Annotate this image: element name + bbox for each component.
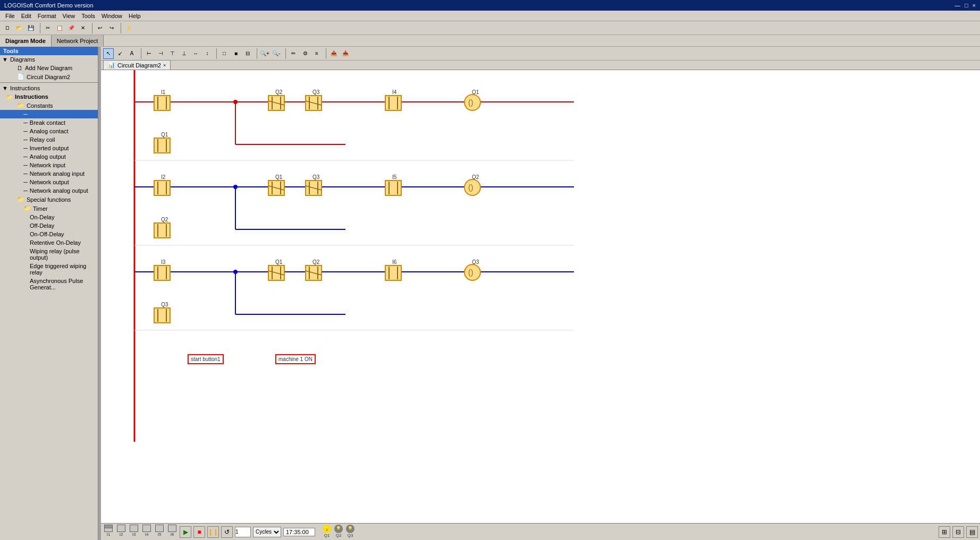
analog-contact-item[interactable]: ─ Analog contact [0, 127, 98, 135]
cycles-select[interactable]: Cycles [253, 527, 281, 537]
contact-i1-r1[interactable] [154, 96, 170, 110]
retentive-on-delay-item[interactable]: Retentive On-Delay [0, 238, 98, 247]
editor-tab-circuit2[interactable]: 📊 Circuit Diagram2 × [103, 60, 171, 70]
cycles-input[interactable] [235, 527, 251, 537]
view-btn3[interactable]: ▤ [966, 526, 978, 538]
circuit-diagram2-item[interactable]: 📄 Circuit Diagram2 [0, 72, 98, 81]
save-btn[interactable]: 💾 [26, 23, 36, 33]
on-delay-item[interactable]: On-Delay [0, 213, 98, 221]
instructions-group[interactable]: 📁 Instructions [0, 92, 98, 101]
on-off-delay-item[interactable]: On-Off-Delay [0, 230, 98, 238]
sim-i4-btn[interactable]: I4 [141, 525, 152, 539]
solid-mode[interactable]: ■ [231, 48, 241, 59]
canvas[interactable]: I1 Q2 Q3 I4 [101, 70, 980, 523]
special-functions-group[interactable]: 📁 Special functions [0, 195, 98, 204]
q2-label-r1: Q2 [275, 89, 283, 95]
menu-view[interactable]: View [60, 12, 79, 20]
contact-i5-r2[interactable] [385, 181, 401, 195]
diagrams-header[interactable]: ▼ Diagrams [0, 55, 98, 64]
menu-help[interactable]: Help [125, 12, 144, 20]
analog-output-item[interactable]: ─ Analog output [0, 152, 98, 161]
make-contact-item[interactable]: ─ [0, 110, 98, 118]
add-new-diagram[interactable]: 🗋 Add New Diagram [0, 64, 98, 72]
align-top[interactable]: ⊤ [167, 48, 178, 59]
relay-coil-item[interactable]: ─ Relay coil [0, 135, 98, 144]
sim-pause-btn[interactable]: ❙❙ [207, 526, 219, 538]
editor-tab-close[interactable]: × [163, 63, 166, 68]
wiping-relay-item[interactable]: Wiping relay (pulse output) [0, 247, 98, 262]
sim-i3-btn[interactable]: I3 [129, 525, 139, 539]
on-delay-label: On-Delay [30, 214, 54, 220]
outline-mode[interactable]: □ [219, 48, 230, 59]
sim-q1-btn[interactable]: 💡 Q1 [322, 525, 332, 539]
align-center[interactable]: ⊣ [155, 48, 166, 59]
open-btn[interactable]: 📂 [14, 23, 24, 33]
edge-triggered-item[interactable]: Edge triggered wiping relay [0, 262, 98, 277]
transfer2-btn[interactable]: 📥 [340, 48, 351, 59]
network-analog-output-item[interactable]: ─ Network analog output [0, 186, 98, 195]
timer-group[interactable]: 📁 Timer [0, 204, 98, 213]
sim-reset-btn[interactable]: ↺ [221, 526, 233, 538]
window-controls[interactable]: — □ × [954, 2, 976, 8]
delete-btn[interactable]: ✕ [78, 23, 88, 33]
async-pulse-item[interactable]: Asynchronous Pulse Generat... [0, 277, 98, 292]
contact-i3-r3[interactable] [154, 265, 170, 280]
transfer-btn[interactable]: 📤 [328, 48, 339, 59]
align-left[interactable]: ⊢ [143, 48, 154, 59]
sim-q3-btn[interactable]: 💡 Q3 [345, 525, 356, 539]
zoom-in[interactable]: 🔍+ [259, 48, 270, 59]
text-tool[interactable]: A [126, 48, 137, 59]
off-delay-item[interactable]: Off-Delay [0, 221, 98, 230]
q1-label-branch-r1: Q1 [161, 132, 168, 138]
maximize-btn[interactable]: □ [965, 2, 968, 8]
select-tool[interactable]: ↖ [103, 48, 114, 59]
tb-extra[interactable]: ⚡ [123, 23, 134, 33]
menu-tools[interactable]: Tools [78, 12, 98, 20]
instructions-header[interactable]: ▼ Instructions [0, 84, 98, 92]
split-mode[interactable]: ⊟ [242, 48, 253, 59]
contact-i4-r1[interactable] [385, 96, 401, 110]
tab-diagram-mode[interactable]: Diagram Mode [0, 35, 52, 47]
edit-mode[interactable]: ✏ [288, 48, 299, 59]
cut-btn[interactable]: ✂ [43, 23, 53, 33]
paste-btn[interactable]: 📌 [66, 23, 77, 33]
network-output-item[interactable]: ─ Network output [0, 178, 98, 186]
contact-i6-r3[interactable] [385, 265, 401, 280]
new-btn[interactable]: 🗋 [2, 23, 13, 33]
sim-stop-btn[interactable]: ■ [193, 526, 205, 538]
contact-q2-branch-r2[interactable] [154, 223, 170, 238]
menu-format[interactable]: Format [35, 12, 60, 20]
align-v[interactable]: ↕ [202, 48, 213, 59]
menu-window[interactable]: Window [98, 12, 125, 20]
break-contact-item[interactable]: ─ Break contact [0, 118, 98, 127]
sim-i1-btn[interactable]: I1 [103, 525, 114, 539]
contact-q3-branch-r3[interactable] [154, 308, 170, 323]
sim-q2-btn[interactable]: 💡 Q2 [333, 525, 344, 539]
view-btn1[interactable]: ⊞ [939, 526, 950, 538]
network-input-item[interactable]: ─ Network input [0, 161, 98, 169]
network-analog-input-item[interactable]: ─ Network analog input [0, 169, 98, 178]
redo-btn[interactable]: ↪ [106, 23, 117, 33]
align-h[interactable]: ↔ [190, 48, 201, 59]
sim-play-btn[interactable]: ▶ [180, 526, 191, 538]
align-bottom[interactable]: ⊥ [179, 48, 189, 59]
undo-btn[interactable]: ↩ [95, 23, 105, 33]
sim-i2-btn[interactable]: I2 [116, 525, 126, 539]
connect-tool[interactable]: ↙ [115, 48, 125, 59]
inverted-output-item[interactable]: ─ Inverted output [0, 144, 98, 152]
sim-i6-btn[interactable]: I6 [167, 525, 178, 539]
view-btn2[interactable]: ⊟ [952, 526, 964, 538]
contact-q1-branch-r1[interactable] [154, 138, 170, 153]
sim-i5-btn[interactable]: I5 [154, 525, 165, 539]
zoom-out[interactable]: 🔍- [271, 48, 282, 59]
constants-group[interactable]: 📁 Constants [0, 101, 98, 110]
menu-file[interactable]: File [2, 12, 18, 20]
menu-edit[interactable]: Edit [18, 12, 35, 20]
contact-i2-r2[interactable] [154, 181, 170, 195]
copy-btn[interactable]: 📋 [54, 23, 65, 33]
props-btn[interactable]: ⚙ [300, 48, 310, 59]
minimize-btn[interactable]: — [954, 2, 960, 8]
close-btn[interactable]: × [973, 2, 976, 8]
tab-network-project[interactable]: Network Project [52, 35, 104, 47]
param-btn[interactable]: ≡ [311, 48, 322, 59]
